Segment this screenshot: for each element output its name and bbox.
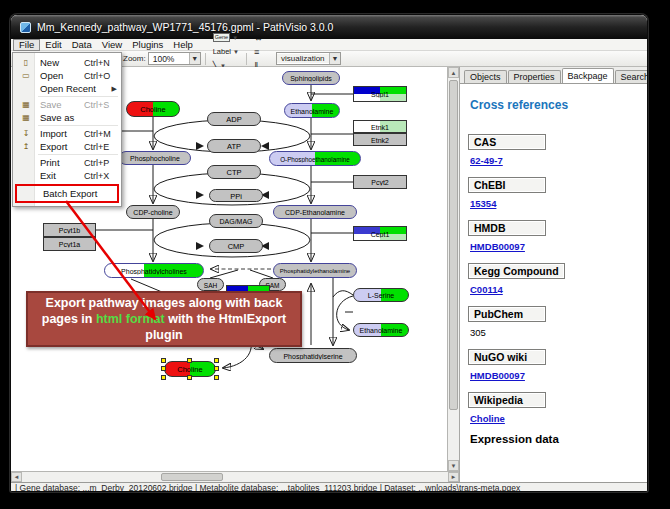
xref-section-kegg-compound: Kegg CompoundC00114 xyxy=(468,261,648,295)
xref-section-cas: CAS62-49-7 xyxy=(468,132,648,166)
menu-item-save[interactable]: ▦SaveCtrl+S xyxy=(14,98,120,111)
node-label: DAG/MAG xyxy=(211,218,261,225)
scroll-up-icon[interactable]: ▲ xyxy=(448,67,459,78)
menu-item-exit[interactable]: ExitCtrl+X xyxy=(14,169,120,182)
node-label: CTP xyxy=(209,168,259,177)
node-label: Phosphocholine xyxy=(121,155,189,162)
tab-objects[interactable]: Objects xyxy=(464,70,507,83)
metabolite-node-ethanolamine[interactable]: Ethanolamine xyxy=(284,103,340,118)
metabolite-node-ppi[interactable]: PPi xyxy=(209,189,263,202)
menu-item-open-recent[interactable]: Open Recent▶ xyxy=(14,82,120,95)
metabolite-node-o-phosphoethanolamine[interactable]: O-Phosphoethanolamine xyxy=(269,151,361,166)
menu-item-save-as[interactable]: ▦Save as xyxy=(14,111,120,124)
node-label: ATP xyxy=(209,142,259,151)
gene-node-pcyt2[interactable]: Pcyt2 xyxy=(353,175,407,189)
menubar-item-view[interactable]: View xyxy=(97,39,127,51)
xref-header: Kegg Compound xyxy=(468,263,565,279)
node-label: Phosphatidylserine xyxy=(271,352,355,359)
gene-node-etnk2[interactable]: Etnk2 xyxy=(353,133,407,146)
menu-item-shortcut: Ctrl+S xyxy=(84,100,120,110)
app-icon xyxy=(20,22,31,33)
metabolite-node-cdp-ethanolamine[interactable]: CDP-Ethanolamine xyxy=(273,205,357,219)
distribute-vertical-icon: ≡ xyxy=(254,47,259,57)
metabolite-node-choline[interactable]: Choline xyxy=(164,361,216,377)
menubar-item-edit[interactable]: Edit xyxy=(40,39,66,51)
menu-item-batch-export[interactable]: Batch Export xyxy=(15,184,119,203)
metabolite-node-dag-mag[interactable]: DAG/MAG xyxy=(209,214,263,228)
zoom-combobox[interactable]: 100% ▼ xyxy=(148,52,201,65)
align-center-vertical-button[interactable]: ↨ xyxy=(252,17,265,31)
menubar-item-plugins[interactable]: Plugins xyxy=(127,39,168,51)
gene-node-pcyt1a[interactable]: Pcyt1a xyxy=(43,237,96,251)
metabolite-node-atp[interactable]: ATP xyxy=(207,139,261,153)
xref-link[interactable]: C00114 xyxy=(470,284,503,295)
metabolite-node-l-serine[interactable]: L-Serine xyxy=(353,288,409,302)
visualization-value: visualization xyxy=(277,54,329,63)
selection-handle[interactable] xyxy=(187,375,192,380)
menubar-item-help[interactable]: Help xyxy=(168,39,198,51)
menu-item-label: New xyxy=(35,57,84,68)
menu-item-print[interactable]: PrintCtrl+P xyxy=(14,156,120,169)
app-window: Mm_Kennedy_pathway_WP1771_45176.gpml - P… xyxy=(10,14,648,492)
xref-link[interactable]: 15354 xyxy=(470,198,496,209)
selection-handle[interactable] xyxy=(187,358,192,363)
chevron-down-icon[interactable]: ▼ xyxy=(232,35,238,41)
menu-item-new[interactable]: ▯NewCtrl+N xyxy=(14,56,120,69)
menu-item-open[interactable]: ▭OpenCtrl+O xyxy=(14,69,120,82)
titlebar[interactable]: Mm_Kennedy_pathway_WP1771_45176.gpml - P… xyxy=(11,15,647,39)
node-label: Sphingolipids xyxy=(284,75,338,82)
metabolite-node-phosphatidylserine[interactable]: Phosphatidylserine xyxy=(269,348,357,363)
gene-node-sgpl1[interactable]: Sgpl1 xyxy=(353,86,407,102)
selection-handle[interactable] xyxy=(214,366,219,371)
scroll-left-icon[interactable]: ◄ xyxy=(11,472,22,482)
selection-handle[interactable] xyxy=(214,358,219,363)
scroll-down-icon[interactable]: ▼ xyxy=(448,460,459,471)
label-tool[interactable]: Label▼ xyxy=(211,45,241,59)
canvas-vertical-scrollbar[interactable]: ▲ ▼ xyxy=(447,67,459,471)
visualization-combobox[interactable]: visualization ▼ xyxy=(276,52,341,65)
menu-item-label: Save as xyxy=(35,112,84,123)
vertical-scroll-thumb[interactable] xyxy=(449,80,458,410)
metabolite-node-phosphatidylcholines[interactable]: Phosphatidylcholines xyxy=(104,263,204,278)
sidebar-panel: ObjectsPropertiesBackpageSearchLegend Cr… xyxy=(459,67,648,482)
menubar-item-data[interactable]: Data xyxy=(67,39,97,51)
scroll-right-icon[interactable]: ► xyxy=(448,472,459,482)
tab-properties[interactable]: Properties xyxy=(508,70,561,83)
canvas-horizontal-scrollbar[interactable]: ◄ ► xyxy=(11,471,459,482)
node-label: Phosphatidylcholines xyxy=(106,267,202,274)
metabolite-node-ctp[interactable]: CTP xyxy=(207,165,261,179)
selection-handle[interactable] xyxy=(214,375,219,380)
menubar-item-file[interactable]: File xyxy=(13,39,40,51)
window-title: Mm_Kennedy_pathway_WP1771_45176.gpml - P… xyxy=(37,21,333,33)
gene-node-etnk1[interactable]: Etnk1 xyxy=(353,120,407,133)
horizontal-scroll-thumb[interactable] xyxy=(161,473,223,481)
metabolite-node-cdp-choline[interactable]: CDP-choline xyxy=(126,205,180,219)
metabolite-node-sphingolipids[interactable]: Sphingolipids xyxy=(282,71,340,85)
tab-search[interactable]: Search xyxy=(615,70,648,83)
chevron-down-icon[interactable]: ▼ xyxy=(189,53,200,64)
menu-item-export[interactable]: ↥ExportCtrl+E xyxy=(14,140,120,153)
selection-handle[interactable] xyxy=(161,366,166,371)
metabolite-node-ethanolamine[interactable]: Ethanolamine xyxy=(353,323,409,337)
metabolite-node-choline[interactable]: Choline xyxy=(126,101,180,117)
selection-handle[interactable] xyxy=(161,358,166,363)
menu-item-import[interactable]: ↧ImportCtrl+M xyxy=(14,127,120,140)
distribute-vertical-button[interactable]: ≡ xyxy=(252,45,265,59)
xref-link[interactable]: HMDB00097 xyxy=(470,370,525,381)
xref-link[interactable]: 62-49-7 xyxy=(470,155,503,166)
gene-node-pcyt1b[interactable]: Pcyt1b xyxy=(43,223,96,237)
metabolite-node-phosphatidylethanolamine[interactable]: Phosphatidylethanolamine xyxy=(273,263,357,278)
metabolite-node-adp[interactable]: ADP xyxy=(207,112,261,126)
tab-backpage[interactable]: Backpage xyxy=(562,68,614,83)
align-center-horizontal-button[interactable]: ↔ xyxy=(252,31,265,45)
chevron-down-icon[interactable]: ▼ xyxy=(233,49,239,55)
xref-link[interactable]: HMDB00097 xyxy=(470,241,525,252)
metabolite-node-phosphocholine[interactable]: Phosphocholine xyxy=(119,151,191,165)
metabolite-node-cmp[interactable]: CMP xyxy=(209,239,263,253)
chevron-down-icon[interactable]: ▼ xyxy=(329,53,340,64)
selection-handle[interactable] xyxy=(161,375,166,380)
gene-node-cept1[interactable]: Cept1 xyxy=(353,226,407,241)
metabolite-node-sah[interactable]: SAH xyxy=(197,278,224,291)
xref-link[interactable]: Choline xyxy=(470,413,505,424)
gene-tool[interactable]: Gene▼ xyxy=(211,31,241,45)
